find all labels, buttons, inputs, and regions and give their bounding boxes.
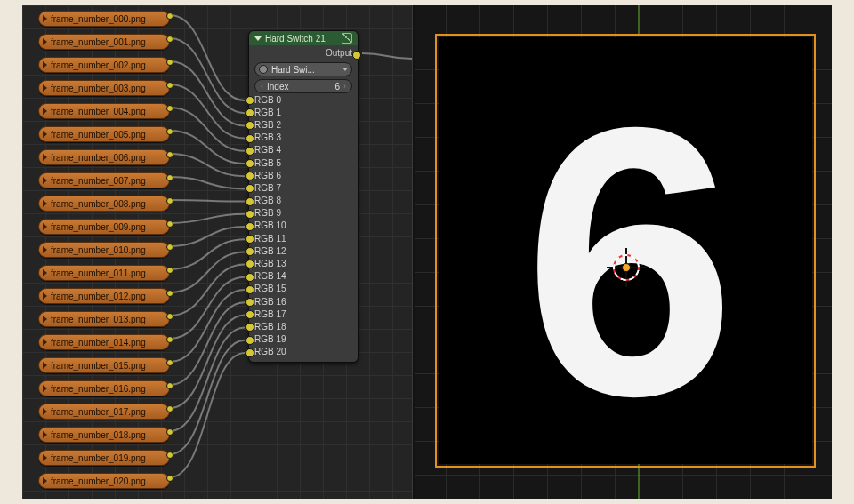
image-node[interactable]: frame_number_010.png bbox=[38, 242, 170, 258]
collapse-icon[interactable] bbox=[43, 408, 47, 415]
output-socket[interactable] bbox=[166, 313, 173, 320]
output-socket[interactable] bbox=[166, 336, 173, 343]
node-header[interactable]: Hard Switch 21 bbox=[249, 31, 358, 45]
collapse-icon[interactable] bbox=[43, 385, 47, 392]
collapse-icon[interactable] bbox=[43, 131, 47, 138]
image-node[interactable]: frame_number_008.png bbox=[38, 196, 170, 212]
input-socket-row[interactable]: RGB 15 bbox=[254, 283, 352, 295]
input-socket-row[interactable]: RGB 3 bbox=[254, 132, 352, 144]
output-socket[interactable] bbox=[166, 428, 173, 436]
image-node[interactable]: frame_number_014.png bbox=[38, 334, 170, 350]
chevron-right-icon[interactable]: › bbox=[343, 82, 346, 91]
image-node[interactable]: frame_number_000.png bbox=[38, 11, 170, 27]
collapse-icon[interactable] bbox=[43, 223, 47, 230]
collapse-icon[interactable] bbox=[43, 477, 47, 484]
collapse-icon[interactable] bbox=[43, 431, 47, 438]
output-socket[interactable] bbox=[166, 405, 173, 412]
index-field[interactable]: ‹ Index 6 › bbox=[254, 79, 352, 93]
viewport-panel[interactable]: 6 bbox=[415, 5, 832, 499]
output-socket[interactable] bbox=[166, 59, 173, 66]
output-socket[interactable] bbox=[166, 359, 173, 366]
input-socket-row[interactable]: RGB 18 bbox=[254, 320, 352, 332]
input-socket-row[interactable]: RGB 8 bbox=[254, 195, 352, 207]
image-node[interactable]: frame_number_012.png bbox=[38, 288, 170, 304]
output-socket[interactable] bbox=[166, 267, 173, 274]
collapse-icon[interactable] bbox=[43, 84, 47, 92]
switch-icon bbox=[342, 33, 352, 44]
output-socket[interactable] bbox=[166, 128, 173, 135]
image-node[interactable]: frame_number_019.png bbox=[38, 450, 170, 466]
node-title: frame_number_019.png bbox=[51, 453, 169, 463]
image-node[interactable]: frame_number_011.png bbox=[38, 265, 170, 281]
input-socket-row[interactable]: RGB 7 bbox=[254, 181, 352, 194]
collapse-icon[interactable] bbox=[43, 454, 47, 461]
collapse-icon[interactable] bbox=[43, 200, 47, 207]
dropdown-label: Hard Swi... bbox=[271, 65, 315, 75]
node-editor-canvas[interactable]: frame_number_000.pngframe_number_001.png… bbox=[22, 5, 412, 499]
input-socket-row[interactable]: RGB 9 bbox=[254, 207, 352, 220]
image-node[interactable]: frame_number_002.png bbox=[38, 57, 170, 73]
input-socket-row[interactable]: RGB 12 bbox=[254, 244, 352, 257]
index-label: Index bbox=[267, 82, 288, 92]
output-socket-row[interactable]: Output bbox=[254, 48, 352, 60]
image-node[interactable]: frame_number_009.png bbox=[38, 219, 170, 235]
output-socket[interactable] bbox=[166, 244, 173, 251]
collapse-icon[interactable] bbox=[43, 316, 47, 323]
output-socket[interactable] bbox=[166, 12, 173, 20]
collapse-icon[interactable] bbox=[43, 292, 47, 300]
input-socket-row[interactable]: RGB 13 bbox=[254, 257, 352, 269]
chevron-left-icon[interactable]: ‹ bbox=[261, 82, 263, 91]
output-socket[interactable] bbox=[166, 475, 173, 482]
output-socket[interactable] bbox=[166, 197, 173, 204]
type-dropdown[interactable]: Hard Swi... bbox=[254, 62, 352, 76]
input-socket-row[interactable]: RGB 4 bbox=[254, 144, 352, 156]
input-socket-row[interactable]: RGB 19 bbox=[254, 333, 352, 346]
node-title: frame_number_017.png bbox=[51, 407, 169, 417]
image-node[interactable]: frame_number_015.png bbox=[38, 357, 170, 373]
collapse-icon[interactable] bbox=[43, 38, 47, 45]
collapse-icon[interactable] bbox=[43, 177, 47, 184]
collapse-icon[interactable] bbox=[43, 269, 47, 276]
image-node[interactable]: frame_number_007.png bbox=[38, 172, 170, 188]
output-socket[interactable] bbox=[166, 174, 173, 181]
image-node[interactable]: frame_number_016.png bbox=[38, 380, 170, 396]
input-socket-row[interactable]: RGB 20 bbox=[254, 346, 352, 358]
collapse-icon[interactable] bbox=[43, 15, 47, 22]
input-socket-row[interactable]: RGB 14 bbox=[254, 270, 352, 283]
image-node[interactable]: frame_number_020.png bbox=[38, 473, 170, 489]
image-node[interactable]: frame_number_018.png bbox=[38, 427, 170, 443]
input-socket-row[interactable]: RGB 1 bbox=[254, 106, 352, 118]
output-socket[interactable] bbox=[166, 290, 173, 297]
output-socket[interactable] bbox=[166, 105, 173, 112]
collapse-icon[interactable] bbox=[254, 36, 262, 41]
output-socket[interactable] bbox=[166, 452, 173, 459]
output-socket[interactable] bbox=[166, 36, 173, 43]
collapse-icon[interactable] bbox=[43, 154, 47, 161]
image-node[interactable]: frame_number_005.png bbox=[38, 126, 170, 142]
input-socket-row[interactable]: RGB 17 bbox=[254, 308, 352, 320]
collapse-icon[interactable] bbox=[43, 108, 47, 115]
image-node[interactable]: frame_number_001.png bbox=[38, 34, 170, 50]
input-socket-row[interactable]: RGB 5 bbox=[254, 156, 352, 169]
image-node[interactable]: frame_number_013.png bbox=[38, 311, 170, 327]
image-node[interactable]: frame_number_004.png bbox=[38, 103, 170, 119]
input-socket-row[interactable]: RGB 6 bbox=[254, 169, 352, 181]
input-socket-row[interactable]: RGB 11 bbox=[254, 232, 352, 244]
image-node[interactable]: frame_number_017.png bbox=[38, 404, 170, 420]
collapse-icon[interactable] bbox=[43, 339, 47, 346]
output-socket[interactable] bbox=[166, 151, 173, 158]
input-socket-row[interactable]: RGB 0 bbox=[254, 93, 352, 106]
input-socket-row[interactable]: RGB 2 bbox=[254, 118, 352, 131]
node-title: Hard Switch 21 bbox=[265, 34, 326, 44]
image-node[interactable]: frame_number_006.png bbox=[38, 149, 170, 165]
collapse-icon[interactable] bbox=[43, 246, 47, 253]
input-socket-row[interactable]: RGB 10 bbox=[254, 220, 352, 232]
output-socket[interactable] bbox=[166, 382, 173, 389]
hard-switch-node[interactable]: Hard Switch 21 Output Hard Swi... ‹ Inde… bbox=[248, 30, 359, 363]
collapse-icon[interactable] bbox=[43, 362, 47, 369]
output-socket[interactable] bbox=[166, 220, 173, 228]
input-socket-row[interactable]: RGB 16 bbox=[254, 295, 352, 308]
collapse-icon[interactable] bbox=[43, 61, 47, 68]
output-socket[interactable] bbox=[166, 82, 173, 89]
image-node[interactable]: frame_number_003.png bbox=[38, 80, 170, 96]
